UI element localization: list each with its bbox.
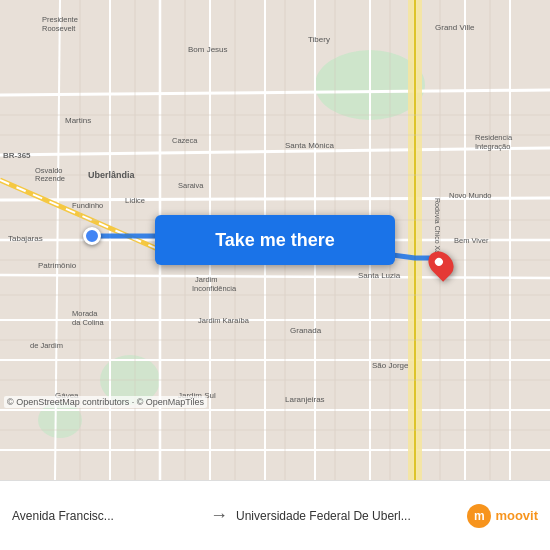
svg-text:Bem Viver: Bem Viver — [454, 236, 489, 245]
destination-marker — [430, 250, 452, 278]
svg-text:de Jardim: de Jardim — [30, 341, 63, 350]
svg-text:Uberlândia: Uberlândia — [88, 170, 136, 180]
svg-text:Laranjeiras: Laranjeiras — [285, 395, 325, 404]
bottom-bar: Avenida Francisc... → Universidade Feder… — [0, 480, 550, 550]
svg-text:da Colina: da Colina — [72, 318, 105, 327]
svg-text:Patrimônio: Patrimônio — [38, 261, 77, 270]
moovit-logo-icon: m — [467, 504, 491, 528]
svg-text:Roosevelt: Roosevelt — [42, 24, 76, 33]
svg-text:Grand Ville: Grand Ville — [435, 23, 475, 32]
arrow-icon: → — [210, 505, 228, 526]
svg-text:Santa Luzia: Santa Luzia — [358, 271, 401, 280]
svg-text:Santa Mônica: Santa Mônica — [285, 141, 334, 150]
svg-text:Rezende: Rezende — [35, 174, 65, 183]
moovit-logo-text: moovit — [495, 508, 538, 523]
svg-text:Saraiva: Saraiva — [178, 181, 204, 190]
svg-text:Tibery: Tibery — [308, 35, 330, 44]
svg-text:São Jorge: São Jorge — [372, 361, 409, 370]
svg-text:Novo Mundo: Novo Mundo — [449, 191, 492, 200]
svg-text:Morada: Morada — [72, 309, 98, 318]
svg-text:Inconfidência: Inconfidência — [192, 284, 237, 293]
moovit-logo: m moovit — [467, 504, 538, 528]
origin-marker — [83, 227, 101, 245]
svg-text:Bom Jesus: Bom Jesus — [188, 45, 228, 54]
destination-text: Universidade Federal De Uberl... — [236, 509, 459, 523]
svg-text:Jardim Karaíba: Jardim Karaíba — [198, 316, 250, 325]
svg-text:Jardim: Jardim — [195, 275, 218, 284]
svg-text:BR-365: BR-365 — [3, 151, 31, 160]
take-me-there-button[interactable]: Take me there — [155, 215, 395, 265]
svg-text:Granada: Granada — [290, 326, 322, 335]
svg-text:Integração: Integração — [475, 142, 510, 151]
osm-attribution: © OpenStreetMap contributors · © OpenMap… — [4, 396, 207, 408]
svg-text:Martins: Martins — [65, 116, 91, 125]
svg-text:Tabajaras: Tabajaras — [8, 234, 43, 243]
svg-text:Residencia: Residencia — [475, 133, 513, 142]
svg-text:Fundinho: Fundinho — [72, 201, 103, 210]
origin-text: Avenida Francisc... — [12, 509, 202, 523]
map-container: Presidente Roosevelt Bom Jesus Tibery Gr… — [0, 0, 550, 480]
svg-text:Presidente: Presidente — [42, 15, 78, 24]
svg-text:Lídice: Lídice — [125, 196, 145, 205]
svg-text:Cazeca: Cazeca — [172, 136, 198, 145]
